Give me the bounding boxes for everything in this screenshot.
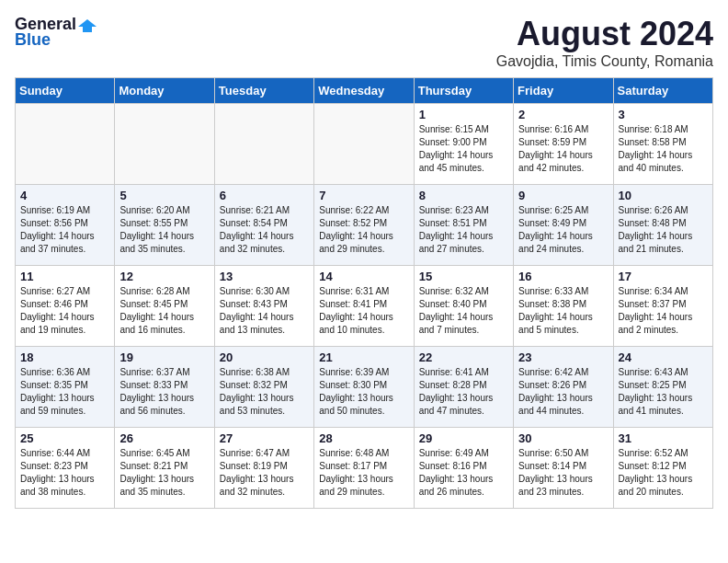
header-sunday: Sunday [16, 78, 115, 104]
day-info: Sunrise: 6:30 AM Sunset: 8:43 PM Dayligh… [220, 285, 309, 337]
day-number: 14 [319, 270, 408, 283]
day-info: Sunrise: 6:19 AM Sunset: 8:56 PM Dayligh… [20, 204, 109, 256]
day-info: Sunrise: 6:52 AM Sunset: 8:12 PM Dayligh… [619, 447, 708, 499]
day-info: Sunrise: 6:16 AM Sunset: 8:59 PM Dayligh… [518, 123, 608, 175]
calendar-cell: 9Sunrise: 6:25 AM Sunset: 8:49 PM Daylig… [514, 185, 613, 266]
logo-blue-text: Blue [15, 30, 51, 50]
day-info: Sunrise: 6:33 AM Sunset: 8:38 PM Dayligh… [518, 285, 608, 337]
day-number: 3 [619, 108, 708, 121]
calendar-table: Sunday Monday Tuesday Wednesday Thursday… [15, 77, 713, 509]
day-number: 20 [220, 350, 309, 364]
day-number: 16 [518, 270, 608, 283]
calendar-cell: 18Sunrise: 6:36 AM Sunset: 8:35 PM Dayli… [16, 347, 115, 428]
day-number: 8 [419, 189, 508, 202]
day-number: 9 [518, 189, 608, 202]
calendar-cell: 28Sunrise: 6:48 AM Sunset: 8:17 PM Dayli… [314, 428, 414, 509]
day-info: Sunrise: 6:37 AM Sunset: 8:33 PM Dayligh… [119, 366, 209, 418]
day-number: 7 [319, 189, 408, 202]
day-number: 4 [20, 189, 109, 202]
day-info: Sunrise: 6:44 AM Sunset: 8:23 PM Dayligh… [20, 447, 109, 499]
day-info: Sunrise: 6:27 AM Sunset: 8:46 PM Dayligh… [20, 285, 109, 337]
calendar-cell [314, 104, 414, 185]
calendar-cell: 4Sunrise: 6:19 AM Sunset: 8:56 PM Daylig… [16, 185, 115, 266]
day-info: Sunrise: 6:18 AM Sunset: 8:58 PM Dayligh… [619, 123, 708, 175]
day-number: 6 [220, 189, 309, 202]
calendar-cell: 14Sunrise: 6:31 AM Sunset: 8:41 PM Dayli… [314, 266, 414, 347]
calendar-cell: 12Sunrise: 6:28 AM Sunset: 8:45 PM Dayli… [115, 266, 214, 347]
day-info: Sunrise: 6:38 AM Sunset: 8:32 PM Dayligh… [220, 366, 309, 418]
day-info: Sunrise: 6:15 AM Sunset: 9:00 PM Dayligh… [419, 123, 508, 175]
calendar-cell [115, 104, 214, 185]
day-number: 29 [419, 431, 508, 445]
svg-marker-0 [78, 19, 97, 32]
calendar-cell: 27Sunrise: 6:47 AM Sunset: 8:19 PM Dayli… [214, 428, 313, 509]
day-info: Sunrise: 6:28 AM Sunset: 8:45 PM Dayligh… [119, 285, 209, 337]
day-number: 18 [20, 350, 109, 364]
day-number: 26 [119, 431, 209, 445]
day-info: Sunrise: 6:31 AM Sunset: 8:41 PM Dayligh… [319, 285, 408, 337]
day-info: Sunrise: 6:22 AM Sunset: 8:52 PM Dayligh… [319, 204, 408, 256]
calendar-title: August 2024 [496, 15, 713, 53]
logo: General Blue [15, 15, 97, 50]
day-info: Sunrise: 6:23 AM Sunset: 8:51 PM Dayligh… [419, 204, 508, 256]
day-info: Sunrise: 6:48 AM Sunset: 8:17 PM Dayligh… [319, 447, 408, 499]
day-info: Sunrise: 6:47 AM Sunset: 8:19 PM Dayligh… [220, 447, 309, 499]
calendar-cell: 29Sunrise: 6:49 AM Sunset: 8:16 PM Dayli… [414, 428, 513, 509]
week-row-4: 18Sunrise: 6:36 AM Sunset: 8:35 PM Dayli… [16, 347, 713, 428]
week-row-5: 25Sunrise: 6:44 AM Sunset: 8:23 PM Dayli… [16, 428, 713, 509]
calendar-cell: 1Sunrise: 6:15 AM Sunset: 9:00 PM Daylig… [414, 104, 513, 185]
week-row-3: 11Sunrise: 6:27 AM Sunset: 8:46 PM Dayli… [16, 266, 713, 347]
day-number: 28 [319, 431, 408, 445]
day-info: Sunrise: 6:26 AM Sunset: 8:48 PM Dayligh… [619, 204, 708, 256]
day-number: 1 [419, 108, 508, 121]
calendar-header-row: Sunday Monday Tuesday Wednesday Thursday… [16, 78, 713, 104]
calendar-subtitle: Gavojdia, Timis County, Romania [496, 53, 713, 70]
header-saturday: Saturday [613, 78, 712, 104]
day-number: 15 [419, 270, 508, 283]
day-number: 12 [119, 270, 209, 283]
calendar-cell: 21Sunrise: 6:39 AM Sunset: 8:30 PM Dayli… [314, 347, 414, 428]
day-number: 31 [619, 431, 708, 445]
day-info: Sunrise: 6:25 AM Sunset: 8:49 PM Dayligh… [518, 204, 608, 256]
day-info: Sunrise: 6:49 AM Sunset: 8:16 PM Dayligh… [419, 447, 508, 499]
day-number: 27 [220, 431, 309, 445]
day-number: 21 [319, 350, 408, 364]
day-info: Sunrise: 6:21 AM Sunset: 8:54 PM Dayligh… [220, 204, 309, 256]
calendar-cell: 30Sunrise: 6:50 AM Sunset: 8:14 PM Dayli… [514, 428, 613, 509]
week-row-2: 4Sunrise: 6:19 AM Sunset: 8:56 PM Daylig… [16, 185, 713, 266]
calendar-cell: 15Sunrise: 6:32 AM Sunset: 8:40 PM Dayli… [414, 266, 513, 347]
day-number: 10 [619, 189, 708, 202]
calendar-cell: 26Sunrise: 6:45 AM Sunset: 8:21 PM Dayli… [115, 428, 214, 509]
calendar-cell: 13Sunrise: 6:30 AM Sunset: 8:43 PM Dayli… [214, 266, 313, 347]
day-info: Sunrise: 6:20 AM Sunset: 8:55 PM Dayligh… [119, 204, 209, 256]
day-info: Sunrise: 6:34 AM Sunset: 8:37 PM Dayligh… [619, 285, 708, 337]
day-number: 13 [220, 270, 309, 283]
day-number: 30 [518, 431, 608, 445]
calendar-cell: 31Sunrise: 6:52 AM Sunset: 8:12 PM Dayli… [613, 428, 712, 509]
calendar-cell: 5Sunrise: 6:20 AM Sunset: 8:55 PM Daylig… [115, 185, 214, 266]
day-info: Sunrise: 6:32 AM Sunset: 8:40 PM Dayligh… [419, 285, 508, 337]
calendar-cell: 6Sunrise: 6:21 AM Sunset: 8:54 PM Daylig… [214, 185, 313, 266]
logo-bird-icon [78, 17, 97, 32]
header-tuesday: Tuesday [214, 78, 313, 104]
header-friday: Friday [514, 78, 613, 104]
day-number: 11 [20, 270, 109, 283]
week-row-1: 1Sunrise: 6:15 AM Sunset: 9:00 PM Daylig… [16, 104, 713, 185]
day-info: Sunrise: 6:36 AM Sunset: 8:35 PM Dayligh… [20, 366, 109, 418]
day-info: Sunrise: 6:45 AM Sunset: 8:21 PM Dayligh… [119, 447, 209, 499]
day-number: 19 [119, 350, 209, 364]
header-monday: Monday [115, 78, 214, 104]
day-info: Sunrise: 6:50 AM Sunset: 8:14 PM Dayligh… [518, 447, 608, 499]
calendar-cell: 8Sunrise: 6:23 AM Sunset: 8:51 PM Daylig… [414, 185, 513, 266]
day-number: 22 [419, 350, 508, 364]
day-info: Sunrise: 6:43 AM Sunset: 8:25 PM Dayligh… [619, 366, 708, 418]
calendar-cell: 17Sunrise: 6:34 AM Sunset: 8:37 PM Dayli… [613, 266, 712, 347]
calendar-cell: 10Sunrise: 6:26 AM Sunset: 8:48 PM Dayli… [613, 185, 712, 266]
day-info: Sunrise: 6:39 AM Sunset: 8:30 PM Dayligh… [319, 366, 408, 418]
header-thursday: Thursday [414, 78, 513, 104]
day-info: Sunrise: 6:42 AM Sunset: 8:26 PM Dayligh… [518, 366, 608, 418]
calendar-cell: 25Sunrise: 6:44 AM Sunset: 8:23 PM Dayli… [16, 428, 115, 509]
calendar-cell: 19Sunrise: 6:37 AM Sunset: 8:33 PM Dayli… [115, 347, 214, 428]
header-wednesday: Wednesday [314, 78, 414, 104]
day-number: 2 [518, 108, 608, 121]
